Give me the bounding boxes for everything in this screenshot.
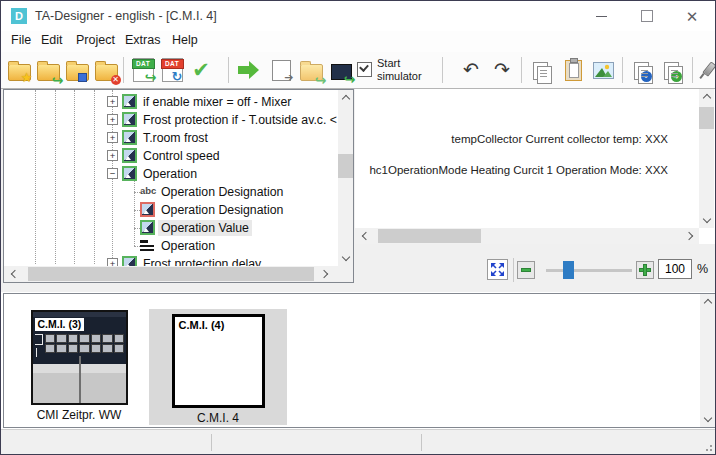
expand-plus-icon[interactable]: + (107, 150, 118, 161)
scrollbar-thumb[interactable] (338, 154, 353, 178)
percent-label: % (697, 262, 708, 276)
pipette-button[interactable] (693, 55, 716, 85)
zoom-slider-track[interactable] (546, 269, 632, 272)
copy-save-icon: ▪ (634, 62, 649, 80)
scroll-left-button[interactable] (357, 228, 372, 243)
page-thumbnail-cmi3[interactable]: C.M.I. (3) CMI Zeitpr. WW (24, 310, 134, 422)
toolbar-separator (442, 57, 443, 83)
collapse-minus-icon[interactable]: − (107, 168, 118, 179)
menu-help[interactable]: Help (172, 33, 198, 47)
scroll-up-button[interactable] (338, 90, 353, 105)
zoom-fit-button[interactable] (487, 259, 508, 280)
tree-item-label: Operation (140, 166, 200, 182)
toolbar: ★ ↪ ✕ DAT↪ DAT↻ ✔ ↪ ↪ Startsimulator ↶ ↷… (1, 52, 715, 89)
pages-vscrollbar[interactable] (700, 294, 715, 427)
export-folder-button[interactable]: ↪ (297, 55, 325, 85)
open-project-folder-arrow-icon: ↪ (37, 64, 60, 81)
tree-item[interactable]: + T.room frost (4, 129, 337, 147)
toolbar-separator (622, 57, 623, 83)
load-dat-button[interactable]: DAT↪ (129, 55, 157, 85)
fit-to-window-icon (491, 263, 504, 276)
scroll-up-button[interactable] (700, 294, 715, 309)
validate-button[interactable]: ✔ (187, 55, 215, 85)
tree-vscrollbar[interactable] (338, 90, 353, 266)
menu-bar: File Edit Project Extras Help (1, 31, 715, 52)
display-widget-icon (122, 166, 137, 181)
toolbar-separator (123, 57, 124, 83)
copy-button[interactable] (528, 55, 556, 85)
zoom-toolbar: % (355, 244, 716, 292)
scrollbar-thumb[interactable] (28, 267, 314, 281)
open-project-button[interactable]: ↪ (34, 55, 62, 85)
run-button[interactable] (235, 55, 263, 85)
close-button[interactable]: ✕ (672, 1, 712, 31)
new-project-button[interactable]: ★ (5, 55, 33, 85)
resize-grip[interactable] (702, 441, 713, 452)
tree-item[interactable]: + Control speed (4, 147, 337, 165)
scrollbar-thumb[interactable] (378, 229, 481, 243)
scroll-down-button[interactable] (699, 213, 714, 228)
scroll-right-button[interactable] (318, 266, 333, 281)
copy-save-button[interactable]: ▪ (629, 55, 657, 85)
expand-plus-icon[interactable]: + (107, 114, 118, 125)
insert-image-button[interactable] (589, 55, 617, 85)
redo-button[interactable]: ↷ (488, 55, 516, 85)
tree-item-label: Operation (158, 238, 218, 254)
menu-file[interactable]: File (11, 33, 31, 47)
display-widget-icon (122, 130, 137, 145)
tree-item[interactable]: Operation Designation (4, 201, 337, 219)
scroll-down-button[interactable] (338, 251, 353, 266)
start-simulator-checkbox[interactable] (357, 62, 372, 77)
start-simulator-toggle[interactable]: Startsimulator (357, 57, 422, 83)
tree-item-label: Operation Designation (158, 184, 286, 200)
zoom-slider-thumb[interactable] (563, 261, 574, 279)
app-icon: D (11, 8, 27, 24)
plus-icon (639, 264, 651, 276)
tree-item[interactable]: + Frost protection if - T.outside av.c. … (4, 111, 337, 129)
green-arrow-icon (238, 61, 260, 79)
status-bar (1, 429, 715, 454)
reload-dat-button[interactable]: DAT↻ (158, 55, 186, 85)
scroll-down-button[interactable] (700, 412, 715, 427)
zoom-in-button[interactable] (636, 261, 654, 279)
zoom-value-input[interactable] (658, 259, 692, 279)
tree-item[interactable]: − Operation (4, 165, 337, 183)
undo-button[interactable]: ↶ (457, 55, 485, 85)
minimize-button[interactable] (581, 1, 621, 31)
menu-project[interactable]: Project (76, 33, 115, 47)
expand-plus-icon[interactable]: + (107, 132, 118, 143)
picture-icon (593, 62, 614, 79)
expand-plus-icon[interactable]: + (107, 96, 118, 107)
mini-titlebar (33, 312, 126, 317)
paste-button[interactable] (559, 55, 587, 85)
copy-export-button[interactable]: ➜ (659, 55, 687, 85)
tree-hscrollbar[interactable] (4, 266, 353, 282)
export-page-button[interactable] (267, 55, 295, 85)
maximize-button[interactable] (627, 1, 667, 31)
tree-item[interactable]: Operation (4, 237, 337, 255)
save-project-button[interactable] (63, 55, 91, 85)
tree-item[interactable]: Operation Designation (4, 183, 337, 201)
scrollbar-thumb[interactable] (699, 107, 714, 129)
scroll-right-button[interactable] (683, 228, 698, 243)
zoom-out-button[interactable] (517, 261, 535, 279)
menu-extras[interactable]: Extras (125, 33, 160, 47)
status-separator (211, 434, 212, 451)
page-caption: C.M.I. 4 (197, 411, 239, 425)
app-window: D TA-Designer - english - [C.M.I. 4] ✕ F… (0, 0, 716, 455)
scroll-left-button[interactable] (6, 266, 21, 281)
scroll-up-button[interactable] (699, 89, 714, 104)
export-image-button[interactable]: ↪ (327, 55, 355, 85)
mini-widget-mark (36, 348, 38, 357)
preview-vscrollbar[interactable] (699, 89, 714, 228)
toolbar-separator (228, 57, 229, 83)
status-separator (421, 434, 422, 451)
tree-item-selected[interactable]: Operation Value (4, 219, 337, 237)
close-project-button[interactable]: ✕ (92, 55, 120, 85)
preview-hscrollbar[interactable] (355, 228, 699, 244)
menu-edit[interactable]: Edit (41, 33, 63, 47)
tree-item[interactable]: + if enable mixer = off - Mixer (4, 93, 337, 111)
minimize-icon (596, 16, 607, 17)
copy-export-icon: ➜ (664, 62, 679, 80)
page-thumbnail-cmi4[interactable]: C.M.I. (4) C.M.I. 4 (149, 309, 287, 425)
